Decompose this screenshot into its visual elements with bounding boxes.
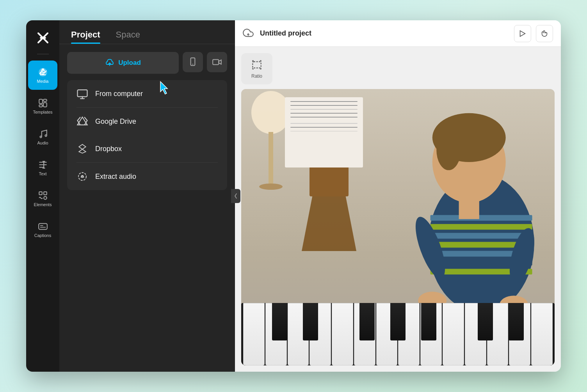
svg-rect-22 xyxy=(430,215,532,221)
ratio-button[interactable]: Ratio xyxy=(241,53,272,84)
project-panel: Project Space Upload xyxy=(59,20,235,372)
svg-rect-5 xyxy=(39,192,42,195)
sidebar-item-templates[interactable]: Templates xyxy=(28,91,57,121)
panel-collapse-handle[interactable] xyxy=(231,189,240,203)
sidebar-item-text-label: Text xyxy=(39,171,46,176)
sidebar-item-text[interactable]: Text xyxy=(28,153,57,182)
google-drive-label: Google Drive xyxy=(95,118,136,126)
svg-rect-8 xyxy=(39,223,47,229)
svg-rect-3 xyxy=(43,102,47,107)
svg-rect-24 xyxy=(430,233,532,239)
extract-audio-label: Extract audio xyxy=(95,173,136,181)
sidebar-item-captions-label: Captions xyxy=(34,233,51,238)
icon-sidebar: Media Templates Audio xyxy=(26,20,59,372)
upload-row: Upload xyxy=(67,52,227,74)
panel-tabs: Project Space xyxy=(59,20,235,44)
svg-point-10 xyxy=(192,64,193,64)
ratio-button-label: Ratio xyxy=(251,73,262,79)
right-header: Untitled project xyxy=(235,20,561,47)
svg-rect-11 xyxy=(213,60,219,65)
sidebar-item-audio-label: Audio xyxy=(37,141,48,145)
piano-keys xyxy=(241,303,555,365)
tab-space[interactable]: Space xyxy=(116,30,140,44)
play-button[interactable] xyxy=(514,25,531,42)
sidebar-item-elements[interactable]: Elements xyxy=(28,184,57,213)
sidebar-item-captions[interactable]: Captions xyxy=(28,215,57,244)
svg-point-14 xyxy=(82,176,84,178)
hand-tool-button[interactable] xyxy=(536,25,553,42)
upload-button-label: Upload xyxy=(118,59,141,67)
mobile-import-button[interactable] xyxy=(183,52,203,72)
svg-rect-32 xyxy=(459,194,479,219)
sidebar-item-media-label: Media xyxy=(37,79,49,84)
upload-from-computer[interactable]: From computer xyxy=(67,80,227,107)
svg-rect-1 xyxy=(39,99,43,103)
upload-dropdown: From computer Google Drive xyxy=(67,80,227,190)
sidebar-item-templates-label: Templates xyxy=(33,110,52,114)
upload-google-drive[interactable]: Google Drive xyxy=(67,108,227,135)
piano-scene-background xyxy=(241,89,555,365)
upload-extract-audio[interactable]: Extract audio xyxy=(67,163,227,190)
sidebar-item-elements-label: Elements xyxy=(34,202,52,207)
upload-dropbox[interactable]: Dropbox xyxy=(67,135,227,162)
right-content: Ratio xyxy=(235,47,561,372)
svg-rect-6 xyxy=(44,192,47,195)
app-logo xyxy=(33,28,53,48)
svg-point-7 xyxy=(44,196,47,200)
svg-rect-2 xyxy=(43,99,47,101)
svg-rect-23 xyxy=(430,224,532,230)
svg-point-18 xyxy=(259,184,283,190)
svg-rect-4 xyxy=(39,105,43,107)
logo-divider xyxy=(37,54,49,54)
from-computer-label: From computer xyxy=(95,90,143,98)
upload-button[interactable]: Upload xyxy=(67,52,179,74)
video-import-button[interactable] xyxy=(207,52,227,72)
svg-rect-12 xyxy=(78,90,87,97)
svg-point-13 xyxy=(78,173,86,180)
svg-point-16 xyxy=(251,91,290,134)
sidebar-item-media[interactable]: Media xyxy=(28,61,57,90)
right-area: Untitled project Ratio xyxy=(235,20,561,372)
project-title: Untitled project xyxy=(260,29,509,37)
svg-rect-15 xyxy=(253,62,261,68)
panel-content: Upload xyxy=(59,44,235,198)
preview-image xyxy=(241,89,555,365)
cloud-save-icon xyxy=(243,27,255,40)
svg-rect-17 xyxy=(269,132,273,187)
svg-point-31 xyxy=(436,129,461,170)
dropbox-label: Dropbox xyxy=(95,145,122,153)
tab-project[interactable]: Project xyxy=(71,30,100,44)
sidebar-item-audio[interactable]: Audio xyxy=(28,122,57,151)
